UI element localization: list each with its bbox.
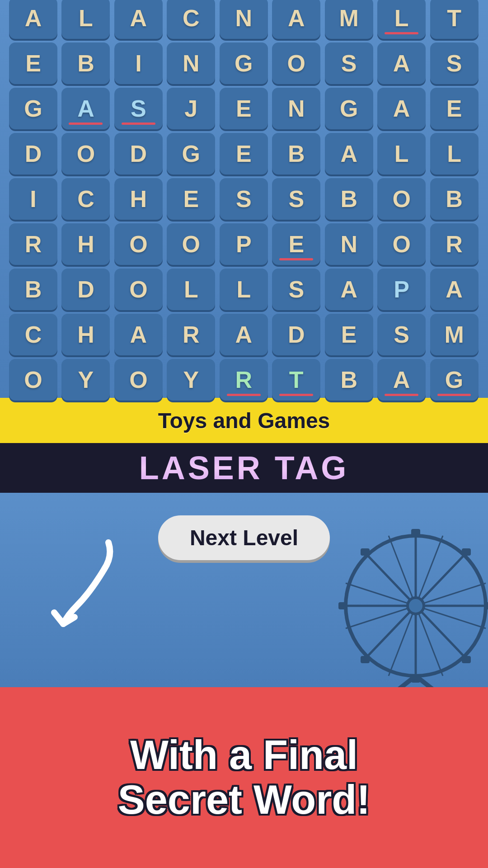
grid-cell[interactable]: D <box>61 269 110 310</box>
grid-cell[interactable]: I <box>9 178 57 220</box>
grid-cell[interactable]: G <box>430 359 479 401</box>
grid-cell[interactable]: E <box>220 88 268 129</box>
grid-cell[interactable]: E <box>220 133 268 175</box>
grid-cell[interactable]: B <box>61 42 110 84</box>
cell-letter: S <box>341 52 357 75</box>
grid-cell[interactable]: S <box>220 178 268 220</box>
grid-cell[interactable]: T <box>430 0 479 39</box>
grid-cell[interactable]: O <box>167 223 215 265</box>
grid-cell[interactable]: D <box>272 314 320 355</box>
grid-cell[interactable]: H <box>61 223 110 265</box>
grid-cell[interactable]: O <box>377 178 426 220</box>
grid-cell[interactable]: P <box>220 223 268 265</box>
cell-letter: R <box>235 368 252 392</box>
final-line1: With a Final <box>130 732 358 778</box>
svg-line-19 <box>416 676 447 687</box>
grid-cell[interactable]: A <box>377 359 426 401</box>
grid-cell[interactable]: R <box>430 223 479 265</box>
grid-cell[interactable]: E <box>430 88 479 129</box>
grid-cell[interactable]: E <box>9 42 57 84</box>
grid-cell[interactable]: G <box>220 42 268 84</box>
cell-letter: L <box>447 142 461 165</box>
cell-letter: B <box>446 187 463 211</box>
grid-cell[interactable]: M <box>325 0 373 39</box>
cell-letter: E <box>25 52 41 75</box>
grid-cell[interactable]: L <box>167 269 215 310</box>
grid-cell[interactable]: O <box>114 359 163 401</box>
grid-cell[interactable]: S <box>114 88 163 129</box>
grid-cell[interactable]: L <box>220 269 268 310</box>
grid-cell[interactable]: N <box>325 223 373 265</box>
grid-cell[interactable]: Y <box>61 359 110 401</box>
grid-cell[interactable]: J <box>167 88 215 129</box>
grid-cell[interactable]: R <box>220 359 268 401</box>
grid-cell[interactable]: E <box>272 223 320 265</box>
grid-cell[interactable]: E <box>325 314 373 355</box>
cell-letter: G <box>235 52 253 75</box>
cell-letter: S <box>131 97 146 120</box>
grid-cell[interactable]: N <box>220 0 268 39</box>
grid-cell[interactable]: B <box>272 133 320 175</box>
grid-cell[interactable]: S <box>272 269 320 310</box>
arrow-icon <box>36 529 127 642</box>
cell-letter: A <box>25 6 42 30</box>
grid-cell[interactable]: A <box>9 0 57 39</box>
grid-cell[interactable]: N <box>272 88 320 129</box>
grid-cell[interactable]: A <box>61 88 110 129</box>
grid-cell[interactable]: O <box>114 269 163 310</box>
grid-cell[interactable]: T <box>272 359 320 401</box>
grid-cell[interactable]: G <box>167 133 215 175</box>
grid-cell[interactable]: G <box>325 88 373 129</box>
grid-cell[interactable]: R <box>167 314 215 355</box>
grid-cell[interactable]: O <box>9 359 57 401</box>
grid-cell[interactable]: L <box>377 133 426 175</box>
grid-cell[interactable]: B <box>325 359 373 401</box>
grid-cell[interactable]: B <box>430 178 479 220</box>
grid-cell[interactable]: A <box>377 88 426 129</box>
next-level-button[interactable]: Next Level <box>158 515 330 560</box>
grid-cell[interactable]: B <box>9 269 57 310</box>
grid-cell[interactable]: B <box>325 178 373 220</box>
grid-cell[interactable]: A <box>114 314 163 355</box>
grid-cell[interactable]: A <box>220 314 268 355</box>
grid-cell[interactable]: D <box>114 133 163 175</box>
grid-cell[interactable]: H <box>114 178 163 220</box>
grid-cell[interactable]: R <box>9 223 57 265</box>
cell-letter: M <box>339 6 358 30</box>
grid-cell[interactable]: H <box>61 314 110 355</box>
grid-cell[interactable]: A <box>430 269 479 310</box>
grid-cell[interactable]: N <box>167 42 215 84</box>
grid-cell[interactable]: C <box>167 0 215 39</box>
grid-cell[interactable]: P <box>377 269 426 310</box>
grid-cell[interactable]: C <box>9 314 57 355</box>
grid-cell[interactable]: Y <box>167 359 215 401</box>
grid-cell[interactable]: C <box>61 178 110 220</box>
cell-letter: L <box>236 278 251 301</box>
cell-letter: A <box>393 97 410 120</box>
grid-cell[interactable]: O <box>272 42 320 84</box>
grid-cell[interactable]: O <box>114 223 163 265</box>
grid-cell[interactable]: G <box>9 88 57 129</box>
grid-cell[interactable]: L <box>430 133 479 175</box>
grid-cell[interactable]: E <box>167 178 215 220</box>
grid-cell[interactable]: S <box>325 42 373 84</box>
grid-cell[interactable]: M <box>430 314 479 355</box>
grid-cell[interactable]: A <box>325 269 373 310</box>
grid-cell[interactable]: D <box>9 133 57 175</box>
grid-cell[interactable]: L <box>377 0 426 39</box>
grid-cell[interactable]: A <box>114 0 163 39</box>
cell-letter: D <box>288 323 305 346</box>
grid-cell[interactable]: A <box>377 42 426 84</box>
cell-letter: S <box>288 187 304 211</box>
svg-rect-17 <box>462 656 471 663</box>
grid-cell[interactable]: A <box>272 0 320 39</box>
grid-cell[interactable]: S <box>377 314 426 355</box>
grid-cell[interactable]: O <box>61 133 110 175</box>
grid-cell[interactable]: S <box>430 42 479 84</box>
grid-cell[interactable]: A <box>325 133 373 175</box>
grid-cell[interactable]: I <box>114 42 163 84</box>
grid-cell[interactable]: L <box>61 0 110 39</box>
grid-cell[interactable]: S <box>272 178 320 220</box>
svg-rect-15 <box>462 548 471 556</box>
grid-cell[interactable]: O <box>377 223 426 265</box>
